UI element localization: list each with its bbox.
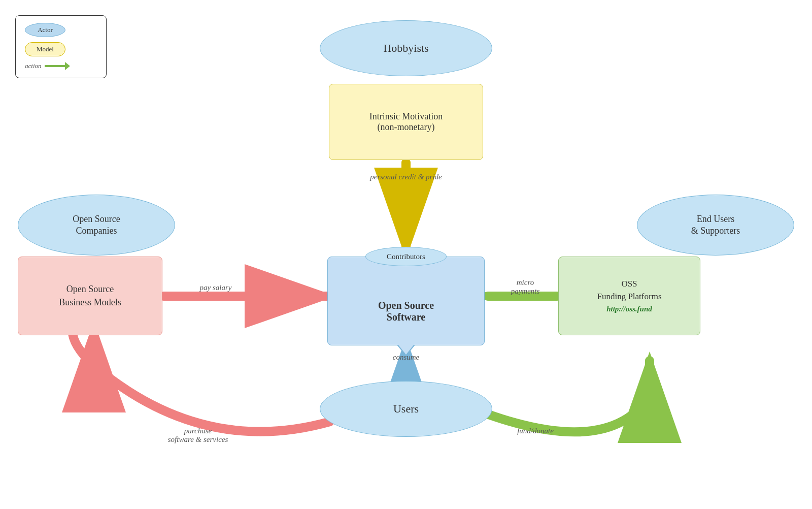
oss-funding-box: OSSFunding Platforms http://oss.fund (558, 257, 700, 335)
end-users-supporters-ellipse: End Users& Supporters (637, 195, 794, 256)
oss-title: Open Source (378, 300, 434, 311)
hobbyists-ellipse: Hobbyists (320, 20, 492, 76)
legend-action-item: action (25, 61, 97, 71)
contributors-ellipse: Contributors (365, 247, 447, 266)
intrinsic-motivation-box: Intrinsic Motivation(non-monetary) (329, 84, 483, 160)
legend-actor: Actor (25, 23, 65, 37)
arrow-fund-donate (487, 361, 650, 432)
diagram: Actor Model action (0, 0, 812, 509)
contributors-box: Contributors Open Source Software (327, 257, 485, 345)
oss-subtitle: Software (378, 311, 434, 323)
label-consume: consume (365, 353, 447, 362)
legend-action-arrow (45, 61, 70, 71)
legend-actor-item: Actor (25, 23, 97, 37)
label-fund-donate: fund/donate (497, 427, 573, 435)
legend-model: Model (25, 42, 65, 56)
label-pay-salary: pay salary (183, 283, 249, 292)
label-micro-payments: micropayments (492, 278, 558, 296)
legend-model-item: Model (25, 42, 97, 56)
users-ellipse: Users (320, 381, 492, 437)
open-source-business-models-box: Open SourceBusiness Models (18, 257, 162, 335)
legend: Actor Model action (15, 15, 107, 78)
label-purchase: purchasesoftware & services (137, 427, 259, 444)
open-source-companies-ellipse: Open SourceCompanies (18, 195, 175, 256)
label-personal-credit: personal credit & pride (360, 173, 452, 181)
